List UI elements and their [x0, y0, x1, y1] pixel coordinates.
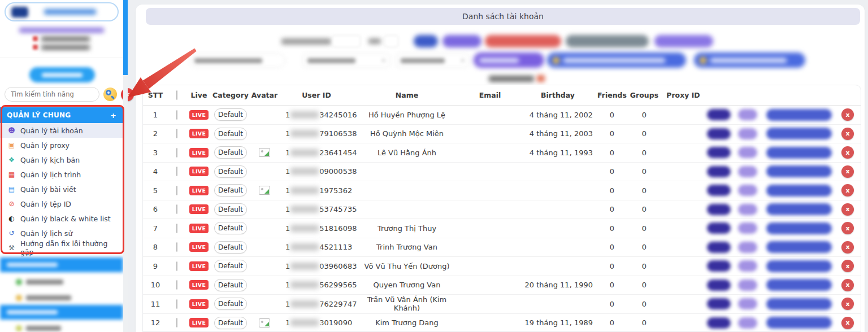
row-action-light-redacted[interactable] — [738, 166, 757, 177]
item-label-redacted[interactable] — [26, 295, 71, 300]
row-action-dark-redacted[interactable] — [707, 317, 731, 329]
row-action-light-redacted[interactable] — [738, 317, 757, 329]
row-action-wide-redacted[interactable] — [766, 260, 832, 272]
category-button[interactable]: Default — [214, 241, 247, 254]
sidebar-menu-item[interactable]: ▦ Quản lý lịch trình — [0, 167, 123, 182]
action-button-blue-redacted[interactable] — [547, 53, 686, 68]
delete-row-button[interactable]: x — [841, 165, 854, 178]
delete-row-button[interactable]: x — [841, 222, 854, 234]
row-action-wide-redacted[interactable] — [766, 279, 832, 291]
search-accounts-input-redacted[interactable] — [189, 53, 285, 68]
delete-row-button[interactable]: x — [841, 241, 854, 254]
row-checkbox[interactable] — [176, 110, 177, 120]
category-button[interactable]: Default — [214, 317, 247, 329]
row-action-light-redacted[interactable] — [738, 298, 757, 309]
category-button[interactable]: Default — [214, 279, 247, 291]
status-select-redacted[interactable]: ▾ — [396, 53, 469, 68]
category-button[interactable]: Default — [214, 222, 247, 234]
row-checkbox[interactable] — [176, 242, 177, 252]
delete-row-button[interactable]: x — [841, 279, 854, 291]
website-link-redacted[interactable] — [19, 28, 104, 33]
delete-row-button[interactable]: x — [841, 184, 854, 196]
category-button[interactable]: Default — [214, 128, 247, 140]
row-action-dark-redacted[interactable] — [707, 204, 731, 215]
row-action-wide-redacted[interactable] — [766, 241, 832, 253]
row-action-dark-redacted[interactable] — [707, 222, 731, 234]
delete-row-button[interactable]: x — [841, 298, 854, 310]
toolbar-button-red-redacted[interactable] — [485, 35, 561, 47]
sidebar-menu-item[interactable]: ▤ Quản lý bài viết — [0, 182, 123, 196]
row-action-light-redacted[interactable] — [738, 128, 757, 139]
section-header-redacted[interactable] — [0, 257, 123, 272]
row-action-dark-redacted[interactable] — [707, 242, 731, 253]
row-action-wide-redacted[interactable] — [766, 317, 832, 329]
delete-row-button[interactable]: x — [841, 128, 854, 140]
action-button-purple-redacted[interactable] — [474, 53, 544, 68]
row-action-dark-redacted[interactable] — [707, 298, 731, 309]
delete-row-button[interactable]: x — [841, 108, 854, 121]
search-icon[interactable] — [103, 88, 117, 101]
toolbar-button-blue-redacted[interactable] — [414, 35, 438, 47]
row-action-dark-redacted[interactable] — [707, 166, 731, 177]
row-action-dark-redacted[interactable] — [707, 147, 731, 158]
number-input-redacted[interactable] — [332, 35, 361, 47]
category-button[interactable]: Default — [214, 203, 247, 216]
row-action-wide-redacted[interactable] — [766, 185, 832, 196]
toolbar-button-purple2-redacted[interactable] — [654, 35, 713, 47]
sidebar-scrollbar-track[interactable] — [123, 0, 128, 332]
expand-icon[interactable]: + — [110, 111, 116, 120]
category-button[interactable]: Default — [214, 108, 247, 121]
row-action-dark-redacted[interactable] — [707, 109, 731, 120]
sidebar-menu-item[interactable]: ⚒ Hướng dẫn fix lỗi thường gặp — [0, 241, 123, 255]
row-checkbox[interactable] — [176, 148, 177, 158]
row-action-wide-redacted[interactable] — [766, 203, 832, 215]
row-action-light-redacted[interactable] — [738, 204, 757, 215]
row-action-light-redacted[interactable] — [738, 185, 757, 196]
category-button[interactable]: Default — [214, 165, 247, 178]
delete-row-button[interactable]: x — [841, 260, 854, 272]
row-action-wide-redacted[interactable] — [766, 128, 832, 139]
toolbar-button-purple-redacted[interactable] — [442, 35, 481, 47]
category-button[interactable]: Default — [214, 184, 247, 196]
delete-row-button[interactable]: x — [841, 146, 854, 159]
category-button[interactable]: Default — [214, 298, 247, 310]
action-button-blue2-redacted[interactable] — [694, 53, 805, 68]
row-action-light-redacted[interactable] — [738, 109, 757, 120]
row-checkbox[interactable] — [176, 224, 177, 233]
sidebar-menu-item[interactable]: ☻ Quản lý tài khoản — [0, 123, 123, 138]
delete-row-button[interactable]: x — [841, 317, 854, 329]
row-action-wide-redacted[interactable] — [766, 298, 832, 310]
feature-search-input[interactable] — [5, 87, 99, 102]
toolbar-button-slate-redacted[interactable] — [566, 35, 649, 47]
delete-row-button[interactable]: x — [841, 203, 854, 216]
row-action-light-redacted[interactable] — [738, 260, 757, 272]
sidebar-cta-button-redacted[interactable] — [29, 67, 95, 82]
row-checkbox[interactable] — [176, 280, 177, 290]
row-action-light-redacted[interactable] — [738, 147, 757, 158]
row-action-wide-redacted[interactable] — [766, 147, 832, 159]
row-action-wide-redacted[interactable] — [766, 109, 832, 121]
number-input-redacted[interactable] — [384, 35, 398, 47]
sidebar-menu-item[interactable]: ❖ Quản lý kịch bản — [0, 152, 123, 167]
row-checkbox[interactable] — [176, 186, 177, 195]
menu-section-header[interactable]: QUẢN LÝ CHUNG + — [0, 107, 123, 123]
category-button[interactable]: Default — [214, 260, 247, 272]
category-button[interactable]: Default — [214, 146, 247, 159]
row-checkbox[interactable] — [176, 167, 177, 176]
item-label-redacted[interactable] — [26, 279, 63, 285]
sidebar-menu-item[interactable]: ⊘ Quản lý tệp ID — [0, 196, 123, 211]
row-action-dark-redacted[interactable] — [707, 128, 731, 139]
item-label-redacted[interactable] — [26, 326, 61, 331]
sidebar-scrollbar-thumb[interactable] — [123, 0, 128, 75]
row-action-wide-redacted[interactable] — [766, 165, 832, 177]
category-select-redacted[interactable]: ▾ — [302, 53, 390, 68]
row-checkbox[interactable] — [176, 318, 177, 327]
row-action-dark-redacted[interactable] — [707, 185, 731, 196]
row-action-dark-redacted[interactable] — [707, 279, 731, 291]
row-action-light-redacted[interactable] — [738, 242, 757, 253]
sidebar-menu-item[interactable]: ◐ Quản lý black & white list — [0, 211, 123, 226]
row-action-light-redacted[interactable] — [738, 279, 757, 291]
row-action-dark-redacted[interactable] — [707, 260, 731, 272]
row-action-wide-redacted[interactable] — [766, 222, 832, 234]
section-header-redacted[interactable] — [0, 305, 123, 320]
